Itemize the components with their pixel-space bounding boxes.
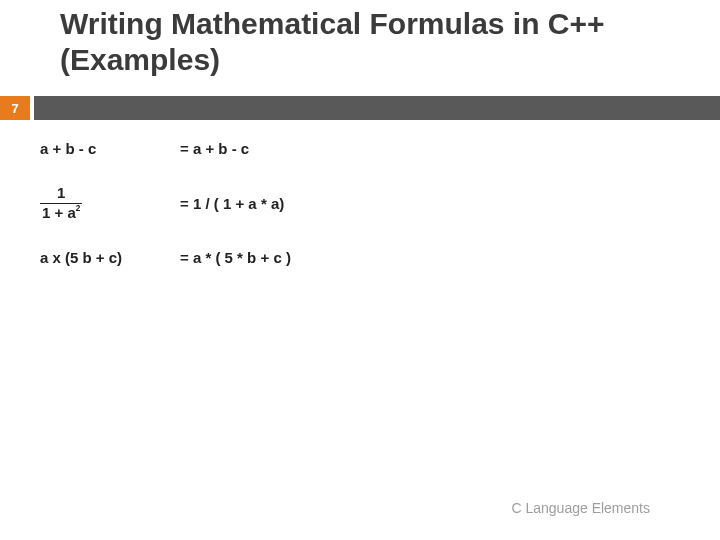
code-expression: = a + b - c <box>180 140 249 157</box>
example-row: a x (5 b + c) = a * ( 5 * b + c ) <box>40 249 680 266</box>
math-expression: a + b - c <box>40 140 180 157</box>
examples-area: a + b - c = a + b - c 1 1 + a2 = 1 / ( 1… <box>40 140 680 294</box>
divider-row: 7 <box>0 96 720 120</box>
example-row: 1 1 + a2 = 1 / ( 1 + a * a) <box>40 185 680 221</box>
math-expression: 1 1 + a2 <box>40 185 180 221</box>
fraction: 1 1 + a2 <box>40 185 82 221</box>
code-expression: = 1 / ( 1 + a * a) <box>180 195 284 212</box>
divider-bar <box>34 96 720 120</box>
denominator-base: 1 + a <box>42 204 76 221</box>
fraction-numerator: 1 <box>55 185 67 203</box>
math-expression: a x (5 b + c) <box>40 249 180 266</box>
footer-text: C Language Elements <box>511 500 650 516</box>
example-row: a + b - c = a + b - c <box>40 140 680 157</box>
fraction-denominator: 1 + a2 <box>40 203 82 222</box>
code-expression: = a * ( 5 * b + c ) <box>180 249 291 266</box>
denominator-exponent: 2 <box>76 204 81 213</box>
page-number-chip: 7 <box>0 96 30 120</box>
slide-title: Writing Mathematical Formulas in C++ (Ex… <box>60 6 680 78</box>
